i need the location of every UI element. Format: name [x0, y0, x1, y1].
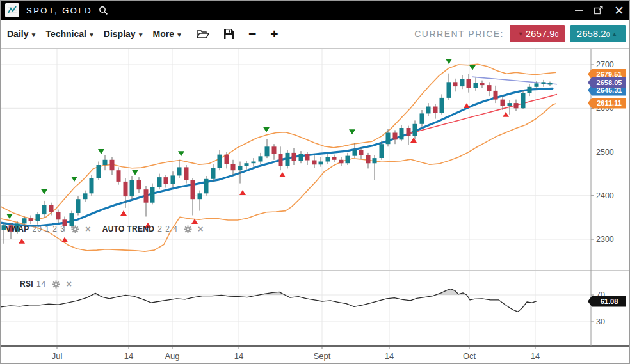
rsi-legend-label: RSI [20, 280, 33, 289]
rsi-value-tag: 61.08 [588, 296, 626, 307]
price-axis-tick-label: 2400 [596, 191, 614, 200]
time-axis-tick-label: Aug [165, 351, 179, 361]
time-axis-tick-label: 14 [385, 351, 394, 361]
price-chart-canvas [1, 1, 630, 364]
time-axis-tick-label: 14 [531, 351, 540, 361]
time-axis-tick-label: 14 [234, 351, 243, 361]
vwap-settings-gear-icon[interactable] [71, 225, 79, 233]
autotrend-legend-label: AUTO TREND [102, 225, 154, 233]
price-tag: 2611.11 [588, 98, 626, 109]
rsi-remove-icon[interactable]: × [66, 280, 72, 288]
price-tag: 2658.05 [588, 77, 626, 88]
time-axis-tick-label: Sept [314, 351, 331, 361]
autotrend-remove-icon[interactable]: × [198, 225, 204, 233]
time-axis-tick-label: 14 [124, 351, 133, 361]
vwap-remove-icon[interactable]: × [85, 225, 91, 233]
indicator-legend-row: VWAP 20 1 2 3 × AUTO TREND 2 2 4 × [6, 225, 204, 233]
price-axis-tick-label: 2300 [596, 235, 614, 244]
vwap-legend-label: VWAP [6, 225, 29, 233]
price-axis-tick-label: 2700 [596, 60, 614, 69]
price-axis-tick-label: 2500 [596, 148, 614, 157]
rsi-settings-gear-icon[interactable] [52, 280, 60, 289]
autotrend-settings-gear-icon[interactable] [184, 225, 192, 233]
trading-app-window: { "window": { "title": "SPOT, GOLD" }, "… [0, 0, 630, 364]
time-axis-tick-label: Oct [463, 351, 476, 361]
rsi-legend-row: RSI 14 × [20, 280, 72, 289]
time-axis-tick-label: Jul [52, 351, 63, 361]
rsi-axis-tick-label: 30 [596, 317, 605, 326]
